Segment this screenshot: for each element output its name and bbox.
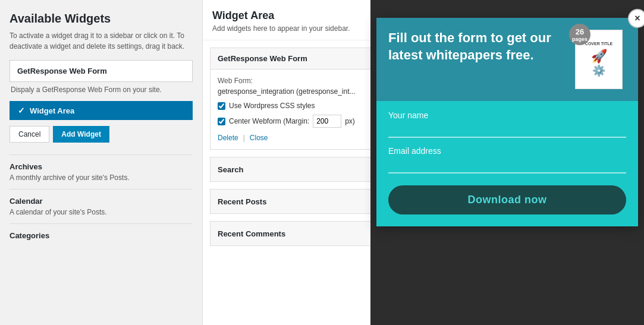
popup-overlay: × Fill out the form to get our latest wh… — [370, 0, 644, 325]
email-field-group: Email address — [388, 146, 626, 173]
popup-header: Fill out the form to get our latest whit… — [376, 18, 638, 101]
widget-desc: Dispaly a GetResponse Web Form on your s… — [10, 86, 193, 94]
download-button[interactable]: Download now — [388, 185, 626, 214]
close-icon: × — [634, 13, 640, 24]
use-wordpress-css-checkbox[interactable] — [218, 102, 225, 110]
email-label: Email address — [388, 146, 626, 156]
archives-name: Archives — [10, 162, 193, 171]
getresponse-widget-box[interactable]: GetResponse Web Form — [10, 60, 193, 82]
popup-modal: × Fill out the form to get our latest wh… — [376, 18, 638, 226]
button-row: Cancel Add Widget — [10, 126, 193, 143]
close-link[interactable]: Close — [250, 134, 268, 142]
separator: | — [243, 134, 245, 142]
use-wordpress-css-label: Use Wordpress CSS styles — [229, 102, 315, 110]
categories-name: Categories — [10, 231, 193, 240]
name-field-group: Your name — [388, 111, 626, 138]
gear-icon: ⚙️ — [592, 64, 605, 77]
widget-area-label: Widget Area — [30, 106, 74, 115]
close-button[interactable]: × — [628, 9, 644, 28]
margin-unit: px) — [345, 117, 355, 125]
name-input[interactable] — [388, 122, 626, 138]
pages-label: pages — [572, 36, 588, 42]
calendar-desc: A calendar of your site's Posts. — [10, 208, 193, 216]
cancel-button[interactable]: Cancel — [10, 126, 49, 143]
popup-headline: Fill out the form to get our latest whit… — [388, 30, 566, 64]
recent-posts-label: Recent Posts — [218, 197, 266, 206]
categories-widget-item: Categories — [10, 223, 193, 250]
panel-description: To activate a widget drag it to a sideba… — [10, 30, 193, 52]
delete-link[interactable]: Delete — [218, 134, 238, 142]
center-webform-checkbox[interactable] — [218, 118, 225, 125]
add-widget-button[interactable]: Add Widget — [53, 126, 109, 143]
check-icon: ✓ — [18, 106, 25, 115]
popup-form: Your name Email address Download now — [376, 101, 638, 226]
widget-area-button[interactable]: ✓ Widget Area — [10, 101, 193, 120]
calendar-name: Calendar — [10, 197, 193, 206]
email-input[interactable] — [388, 158, 626, 173]
margin-input[interactable]: 200 — [313, 115, 341, 128]
recent-comments-label: Recent Comments — [218, 229, 285, 238]
pages-count: 26 — [576, 27, 584, 36]
cover-badge: 26 pages — [569, 24, 590, 45]
book-icon: 🚀 — [591, 49, 607, 64]
page-title: Available Widgets — [10, 12, 193, 26]
archives-widget-item: Archives A monthly archive of your site'… — [10, 154, 193, 189]
available-widgets-panel: Available Widgets To activate a widget d… — [0, 0, 202, 325]
cover-title-text: COVER TITLE — [585, 42, 612, 46]
cover-book: 26 pages COVER TITLE 🚀 ⚙️ — [575, 30, 629, 89]
name-label: Your name — [388, 111, 626, 120]
search-label: Search — [218, 165, 243, 174]
calendar-widget-item: Calendar A calendar of your site's Posts… — [10, 189, 193, 223]
widget-name-label: GetResponse Web Form — [17, 67, 107, 75]
center-webform-label: Center Webform (Margin: — [229, 117, 309, 125]
archives-desc: A monthly archive of your site's Posts. — [10, 173, 193, 182]
